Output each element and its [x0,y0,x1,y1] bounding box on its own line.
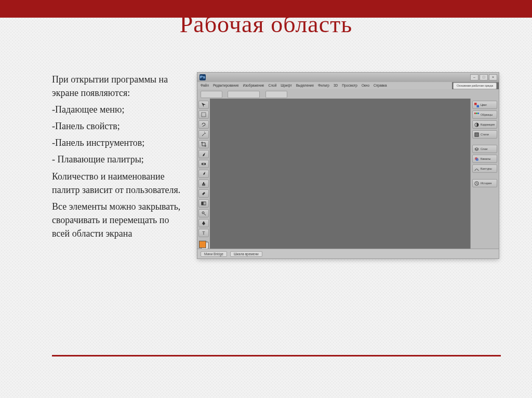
menu-item[interactable]: Слой [267,82,277,89]
tool-heal[interactable] [198,160,209,168]
svg-rect-7 [474,103,477,105]
layers-icon [474,147,479,152]
tool-lasso[interactable] [198,120,209,129]
panel-adjustments[interactable]: Коррекция [472,120,497,129]
bottom-rule [52,355,501,356]
tool-eyedropper[interactable] [198,150,209,158]
body-line: Все элементы можно закрывать, сворачиват… [52,200,182,240]
svg-rect-8 [477,105,480,107]
slide-title: Рабочая область [0,10,532,38]
menu-item[interactable]: Файл [200,82,210,89]
options-control[interactable] [265,91,287,98]
app-screenshot: Ps – □ × Файл Редактирование Изображение… [197,73,499,258]
panel-color[interactable]: Цвет [472,101,497,109]
tool-gradient[interactable] [198,199,209,208]
svg-rect-3 [202,202,206,205]
menu-item[interactable]: Окно [361,82,370,89]
tool-dodge[interactable] [198,209,209,217]
status-bar: Мини Bridge Шкала времени [197,249,499,258]
menu-item[interactable]: Фильтр [317,82,330,89]
panel-swatches[interactable]: Образцы [472,111,497,119]
tool-eraser[interactable] [198,189,209,198]
tool-move[interactable] [198,101,209,109]
canvas-area [210,99,474,249]
history-icon [474,181,479,186]
svg-point-4 [202,212,204,214]
svg-rect-0 [202,113,206,117]
svg-text:T: T [203,231,205,236]
svg-rect-10 [476,113,477,114]
panel-history[interactable]: История [472,179,497,187]
toolbox: T [197,99,210,249]
panel-channels[interactable]: Каналы [472,155,497,163]
app-titlebar: Ps – □ × [197,73,499,83]
menu-item[interactable]: Изображение [242,82,265,89]
svg-point-15 [476,158,478,160]
paths-icon [474,167,479,171]
body-line: -Панель инструментов; [52,136,182,149]
panel-paths[interactable]: Контуры [472,164,497,173]
tool-pen[interactable] [198,219,209,227]
menu-item[interactable]: Шрифт [280,82,292,89]
minimize-button[interactable]: – [470,74,478,80]
styles-icon [474,132,479,137]
menu-item[interactable]: Выделение [295,82,315,89]
channels-icon [474,157,479,161]
options-control[interactable] [228,91,260,98]
svg-rect-9 [474,113,476,114]
tool-brush[interactable] [198,170,209,178]
body-line: -Падающее меню; [52,103,182,116]
body-line: При открытии программы на экране появляю… [52,73,182,100]
tool-wand[interactable] [198,130,209,139]
app-logo: Ps [200,74,206,80]
maximize-button[interactable]: □ [480,74,488,80]
swatches-icon [474,113,479,117]
menu-item[interactable]: Просмотр [341,82,358,89]
body-line: -Панель свойств; [52,119,182,133]
svg-rect-13 [475,132,478,136]
svg-rect-2 [203,163,205,164]
panel-layers[interactable]: Слои [472,145,497,153]
fg-color-swatch[interactable] [199,241,206,248]
menu-item[interactable]: Справка [373,82,388,89]
tool-stamp[interactable] [198,180,209,188]
panel-styles[interactable]: Стили [472,130,497,139]
options-bar [197,89,499,99]
tool-type[interactable]: T [198,229,209,237]
options-control[interactable] [201,91,222,98]
tool-marquee[interactable] [198,111,209,119]
svg-line-5 [204,214,206,215]
adjust-icon [474,122,479,127]
status-tab[interactable]: Мини Bridge [201,251,227,257]
menu-item[interactable]: 3D [332,82,339,89]
color-swatches[interactable] [199,241,208,249]
status-tab[interactable]: Шкала времени [230,251,262,257]
window-controls: – □ × [470,74,499,80]
workspace-picker[interactable]: Основная рабочая среда [453,83,497,89]
svg-rect-11 [477,113,479,114]
panel-dock: Цвет Образцы Коррекция Стили Слои Каналы… [470,99,499,249]
menu-bar: Файл Редактирование Изображение Слой Шри… [197,82,452,90]
body-line: Количество и наименование палитр зависит… [52,170,182,197]
menu-item[interactable]: Редактирование [212,82,240,89]
swatches-icon [474,103,479,107]
body-line: - Плавающие палитры; [52,153,182,166]
close-button[interactable]: × [489,74,497,80]
tool-crop[interactable] [198,140,209,148]
slide-body: При открытии программы на экране появляю… [52,73,182,243]
